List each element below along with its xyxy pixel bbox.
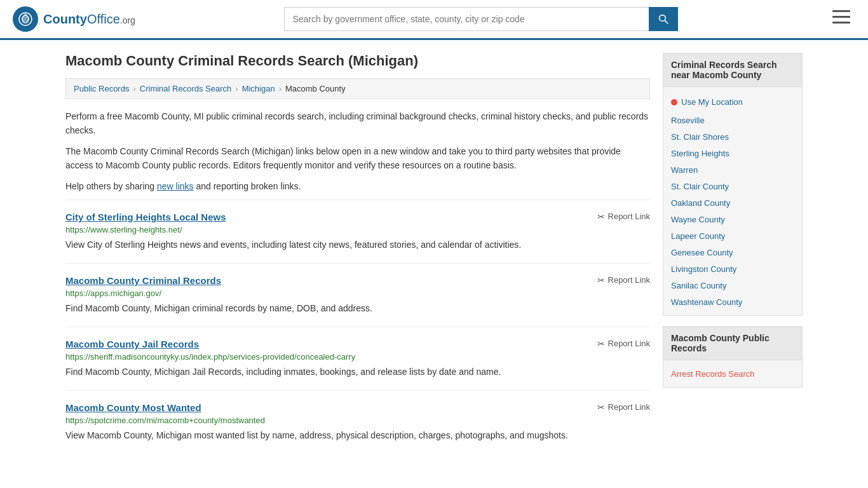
location-dot-icon [671,99,677,105]
sidebar-public-records-title: Macomb County Public Records [663,327,802,360]
new-links-link[interactable]: new links [157,181,194,191]
logo-area: CountyOffice.org [13,6,135,32]
sidebar: Criminal Records Search near Macomb Coun… [663,53,803,454]
breadcrumb-sep-3: › [279,84,281,93]
sidebar-item-sterling-heights[interactable]: Sterling Heights [663,145,802,161]
result-header: City of Sterling Heights Local News ✂ Re… [65,212,650,222]
sidebar-section-public-records: Macomb County Public Records Arrest Reco… [663,326,803,388]
result-url: https://apps.michigan.gov/ [65,288,650,298]
result-title-link[interactable]: Macomb County Criminal Records [65,275,221,286]
logo-text: CountyOffice.org [43,12,135,27]
report-icon: ✂ [597,275,605,285]
result-item: Macomb County Criminal Records ✂ Report … [65,263,650,327]
search-area [284,7,678,31]
breadcrumb-michigan[interactable]: Michigan [242,84,275,93]
search-button[interactable] [649,7,678,31]
sidebar-item-warren[interactable]: Warren [663,161,802,178]
sidebar-item-st-clair-shores[interactable]: St. Clair Shores [663,128,802,145]
breadcrumb-sep-1: › [133,84,135,93]
result-item: Macomb County Jail Records ✂ Report Link… [65,327,650,390]
svg-point-4 [25,14,27,16]
result-header: Macomb County Jail Records ✂ Report Link [65,339,650,349]
result-url: https://spotcrime.com/mi/macomb+county/m… [65,416,650,425]
svg-rect-8 [832,16,850,18]
report-icon: ✂ [597,402,605,412]
report-icon: ✂ [597,212,605,222]
svg-point-5 [660,15,666,22]
description-para3: Help others by sharing new links and rep… [65,179,650,193]
report-icon: ✂ [597,339,605,349]
main-container: Macomb County Criminal Records Search (M… [53,40,815,466]
result-url: https://www.sterling-heights.net/ [65,225,650,234]
result-desc: View Macomb County, Michigan most wanted… [65,429,650,442]
page-title: Macomb County Criminal Records Search (M… [65,53,650,69]
result-item: Macomb County Most Wanted ✂ Report Link … [65,390,650,454]
svg-rect-9 [832,22,850,24]
sidebar-item-st-clair-county[interactable]: St. Clair County [663,178,802,194]
breadcrumb: Public Records › Criminal Records Search… [65,78,650,99]
result-desc: Find Macomb County, Michigan criminal re… [65,302,650,315]
result-url: https://sheriff.madisoncountyky.us/index… [65,352,650,362]
description-para2: The Macomb County Criminal Records Searc… [65,144,650,173]
result-desc: View City of Sterling Heights news and e… [65,238,650,252]
breadcrumb-macomb-county: Macomb County [285,84,346,93]
sidebar-item-lapeer-county[interactable]: Lapeer County [663,227,802,244]
content-area: Macomb County Criminal Records Search (M… [65,53,650,454]
use-my-location-btn[interactable]: Use My Location [663,92,802,112]
sidebar-section-nearby: Criminal Records Search near Macomb Coun… [663,53,803,316]
svg-rect-7 [832,10,850,12]
sidebar-item-livingston-county[interactable]: Livingston County [663,261,802,277]
sidebar-item-oakland-county[interactable]: Oakland County [663,194,802,211]
sidebar-item-sanilac-county[interactable]: Sanilac County [663,277,802,294]
site-header: CountyOffice.org [0,0,868,40]
sidebar-nearby-list: Use My Location Roseville St. Clair Shor… [663,87,802,315]
breadcrumb-sep-2: › [235,84,238,93]
breadcrumb-public-records[interactable]: Public Records [74,84,129,93]
result-header: Macomb County Most Wanted ✂ Report Link [65,402,650,413]
report-link-btn[interactable]: ✂ Report Link [597,212,650,222]
result-title-link[interactable]: City of Sterling Heights Local News [65,212,226,222]
search-input[interactable] [284,7,649,31]
result-desc: Find Macomb County, Michigan Jail Record… [65,365,650,379]
sidebar-item-washtenaw-county[interactable]: Washtenaw County [663,294,802,310]
sidebar-item-wayne-county[interactable]: Wayne County [663,211,802,227]
sidebar-item-roseville[interactable]: Roseville [663,112,802,128]
svg-line-6 [665,20,668,24]
sidebar-item-genesee-county[interactable]: Genesee County [663,244,802,261]
report-link-btn[interactable]: ✂ Report Link [597,275,650,285]
sidebar-section-title: Criminal Records Search near Macomb Coun… [663,53,802,87]
report-link-btn[interactable]: ✂ Report Link [597,339,650,349]
description-para1: Perform a free Macomb County, MI public … [65,109,650,138]
logo-icon [13,6,38,32]
sidebar-public-records-list: Arrest Records Search [663,360,802,387]
result-item: City of Sterling Heights Local News ✂ Re… [65,200,650,263]
hamburger-menu-button[interactable] [827,8,855,30]
breadcrumb-criminal-records-search[interactable]: Criminal Records Search [140,84,232,93]
result-title-link[interactable]: Macomb County Most Wanted [65,402,201,413]
result-header: Macomb County Criminal Records ✂ Report … [65,275,650,286]
report-link-btn[interactable]: ✂ Report Link [597,402,650,412]
sidebar-item-arrest-records[interactable]: Arrest Records Search [663,365,802,382]
result-title-link[interactable]: Macomb County Jail Records [65,339,199,349]
